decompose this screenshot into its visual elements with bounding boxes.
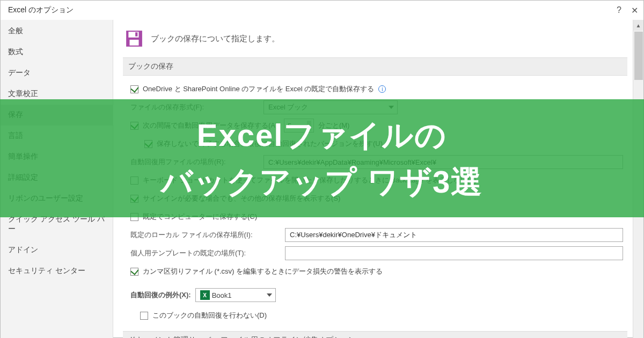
spinner-autorecover-minutes[interactable]: 5 — [284, 119, 314, 133]
titlebar-buttons: ? ✕ — [617, 5, 638, 16]
sidebar-item-ribbon[interactable]: リボンのユーザー設定 — [1, 188, 113, 209]
category-sidebar: 全般 数式 データ 文章校正 保存 言語 簡単操作 詳細設定 リボンのユーザー設… — [1, 20, 113, 338]
label-autorecover-location: 自動回復用ファイルの場所(R): — [130, 157, 259, 167]
input-default-local-value: C:¥Users¥dekir¥OneDrive¥ドキュメント — [290, 230, 417, 240]
sidebar-item-save[interactable]: 保存 — [1, 105, 113, 126]
checkbox-default-computer[interactable] — [130, 213, 138, 221]
label-csv-warning: カンマ区切りファイル (*.csv) を編集するときにデータ損失の警告を表示する — [143, 267, 383, 276]
sidebar-item-addins[interactable]: アドイン — [1, 240, 113, 261]
section-offline-editing: ドキュメント管理サーバー ファイル用のオフライン編集オプション — [123, 331, 627, 338]
label-default-local-location: 既定のローカル ファイルの保存場所(I): — [130, 230, 281, 240]
dropdown-file-format[interactable]: Excel ブック — [264, 100, 398, 114]
sidebar-item-ease[interactable]: 簡単操作 — [1, 146, 113, 167]
sidebar-item-data[interactable]: データ — [1, 63, 113, 84]
checkbox-hide-backstage[interactable] — [130, 177, 138, 185]
spinner-autorecover-value: 5 — [288, 122, 291, 130]
checkbox-show-other-locations[interactable] — [130, 195, 138, 203]
scroll-up-arrow[interactable]: ▲ — [633, 20, 643, 31]
checkbox-csv-warning[interactable] — [130, 268, 138, 276]
vertical-scrollbar[interactable]: ▲ — [633, 20, 643, 338]
label-file-format: ファイルの保存形式(F): — [130, 102, 259, 112]
sidebar-item-qat[interactable]: クイック アクセス ツール バー — [1, 209, 113, 240]
checkbox-autorecover[interactable] — [130, 122, 138, 130]
svg-rect-3 — [135, 32, 137, 36]
input-default-local-location[interactable]: C:¥Users¥dekir¥OneDrive¥ドキュメント — [285, 228, 623, 242]
label-disable-autorecover-book: このブックの自動回復を行わない(D) — [152, 311, 267, 320]
label-template-location: 個人用テンプレートの既定の場所(T): — [130, 248, 281, 258]
sidebar-item-general[interactable]: 全般 — [1, 21, 113, 42]
help-button[interactable]: ? — [617, 5, 621, 15]
sidebar-item-advanced[interactable]: 詳細設定 — [1, 167, 113, 188]
main-panel: ブックの保存について指定します。 ブックの保存 OneDrive と Share… — [113, 20, 643, 338]
dropdown-file-format-value: Excel ブック — [268, 102, 308, 112]
input-autorecover-location-value: C:¥Users¥dekir¥AppData¥Roaming¥Microsoft… — [268, 158, 436, 166]
label-autorecover-prefix: 次の間隔で自動回復用データを保存する(A): — [143, 121, 280, 130]
sidebar-item-proofing[interactable]: 文章校正 — [1, 84, 113, 105]
dialog-body: 全般 数式 データ 文章校正 保存 言語 簡単操作 詳細設定 リボンのユーザー設… — [1, 20, 643, 338]
label-show-other-locations: サインインが必要な場合でも、その他の保存場所を表示する(S) — [143, 194, 340, 203]
options-dialog: Excel のオプション ? ✕ 全般 数式 データ 文章校正 保存 言語 簡単… — [0, 0, 644, 338]
section-save-workbook: ブックの保存 — [123, 57, 627, 76]
sidebar-item-trust[interactable]: セキュリティ センター — [1, 261, 113, 282]
label-keep-last-version: 保存しないで終了する場合、最後に自動回復されたバージョンを残す(U) — [157, 139, 383, 149]
sidebar-item-language[interactable]: 言語 — [1, 126, 113, 146]
close-button[interactable]: ✕ — [631, 5, 638, 16]
scroll-area: ブックの保存について指定します。 ブックの保存 OneDrive と Share… — [113, 20, 631, 338]
scroll-thumb[interactable] — [634, 32, 643, 80]
label-onedrive-autosave: OneDrive と SharePoint Online のファイルを Exce… — [143, 84, 374, 94]
checkbox-onedrive-autosave[interactable] — [130, 85, 138, 93]
checkbox-keep-last-version[interactable] — [144, 140, 152, 148]
page-header: ブックの保存について指定します。 — [123, 20, 627, 57]
label-default-computer: 既定でコンピューターに保存する(C) — [143, 212, 257, 222]
input-autorecover-location[interactable]: C:¥Users¥dekir¥AppData¥Roaming¥Microsoft… — [264, 155, 623, 169]
save-floppy-icon — [125, 30, 143, 48]
titlebar: Excel のオプション ? ✕ — [1, 1, 643, 20]
checkbox-disable-autorecover-book[interactable] — [140, 312, 148, 320]
label-hide-backstage: キーボード ショートカットを使ってファイルを開いたり保存したりするときに Bac… — [143, 175, 477, 185]
dropdown-workbook-value: Book1 — [212, 291, 232, 299]
label-autorecover-suffix: 分ごと(M) — [318, 121, 350, 130]
excel-book-icon: X — [200, 290, 210, 300]
page-header-text: ブックの保存について指定します。 — [151, 34, 280, 44]
save-settings-form: OneDrive と SharePoint Online のファイルを Exce… — [123, 81, 627, 280]
info-icon[interactable]: i — [378, 85, 386, 93]
window-title: Excel のオプション — [8, 5, 74, 15]
svg-rect-2 — [130, 40, 139, 46]
input-template-location[interactable] — [285, 246, 623, 260]
dropdown-workbook[interactable]: X Book1 — [195, 288, 276, 302]
sidebar-item-formulas[interactable]: 数式 — [1, 42, 113, 63]
section-autorecover-exceptions: 自動回復の例外(X): — [130, 290, 191, 300]
